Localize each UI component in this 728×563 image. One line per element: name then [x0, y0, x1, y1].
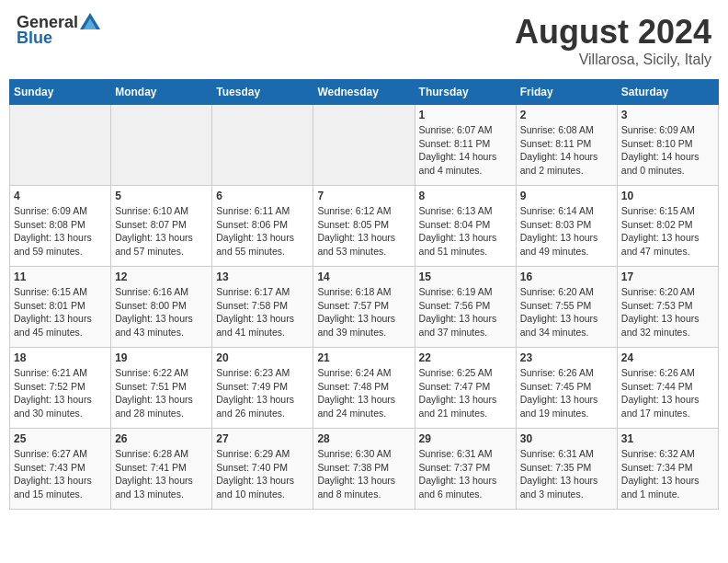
day-number: 13	[216, 270, 309, 283]
calendar-cell: 7Sunrise: 6:12 AM Sunset: 8:05 PM Daylig…	[313, 186, 415, 267]
day-info: Sunrise: 6:09 AM Sunset: 8:08 PM Dayligh…	[14, 204, 107, 259]
day-number: 12	[115, 270, 208, 283]
calendar-cell: 4Sunrise: 6:09 AM Sunset: 8:08 PM Daylig…	[10, 186, 111, 267]
day-number: 20	[216, 351, 309, 364]
day-number: 22	[419, 351, 512, 364]
page-header: General Blue August 2024 Villarosa, Sici…	[9, 9, 719, 72]
logo-blue-text: Blue	[17, 29, 52, 48]
day-number: 3	[621, 109, 714, 121]
header-row: SundayMondayTuesdayWednesdayThursdayFrid…	[10, 80, 719, 105]
day-info: Sunrise: 6:13 AM Sunset: 8:04 PM Dayligh…	[419, 204, 512, 259]
header-tuesday: Tuesday	[212, 80, 313, 105]
calendar-cell: 9Sunrise: 6:14 AM Sunset: 8:03 PM Daylig…	[516, 186, 617, 267]
calendar-cell: 23Sunrise: 6:26 AM Sunset: 7:45 PM Dayli…	[516, 348, 617, 429]
day-info: Sunrise: 6:26 AM Sunset: 7:44 PM Dayligh…	[621, 366, 714, 420]
calendar-location: Villarosa, Sicily, Italy	[515, 52, 711, 68]
calendar-cell: 26Sunrise: 6:28 AM Sunset: 7:41 PM Dayli…	[111, 429, 212, 510]
day-info: Sunrise: 6:24 AM Sunset: 7:48 PM Dayligh…	[317, 366, 410, 420]
calendar-cell: 19Sunrise: 6:22 AM Sunset: 7:51 PM Dayli…	[111, 348, 212, 429]
day-info: Sunrise: 6:08 AM Sunset: 8:11 PM Dayligh…	[520, 123, 613, 178]
calendar-cell: 11Sunrise: 6:15 AM Sunset: 8:01 PM Dayli…	[10, 267, 111, 348]
day-number: 18	[14, 351, 107, 364]
calendar-cell: 24Sunrise: 6:26 AM Sunset: 7:44 PM Dayli…	[617, 348, 718, 429]
day-info: Sunrise: 6:09 AM Sunset: 8:10 PM Dayligh…	[621, 123, 714, 178]
day-number: 29	[419, 432, 512, 445]
logo: General Blue	[17, 13, 100, 48]
day-info: Sunrise: 6:31 AM Sunset: 7:37 PM Dayligh…	[419, 447, 512, 501]
calendar-cell: 30Sunrise: 6:31 AM Sunset: 7:35 PM Dayli…	[516, 429, 617, 510]
week-row-4: 18Sunrise: 6:21 AM Sunset: 7:52 PM Dayli…	[10, 348, 719, 429]
day-info: Sunrise: 6:10 AM Sunset: 8:07 PM Dayligh…	[115, 204, 208, 259]
calendar-title: August 2024	[515, 13, 711, 52]
day-info: Sunrise: 6:23 AM Sunset: 7:49 PM Dayligh…	[216, 366, 309, 420]
logo-icon	[80, 13, 100, 29]
calendar-cell: 31Sunrise: 6:32 AM Sunset: 7:34 PM Dayli…	[617, 429, 718, 510]
calendar-cell: 15Sunrise: 6:19 AM Sunset: 7:56 PM Dayli…	[415, 267, 516, 348]
week-row-3: 11Sunrise: 6:15 AM Sunset: 8:01 PM Dayli…	[10, 267, 719, 348]
day-number: 31	[621, 432, 714, 445]
header-monday: Monday	[111, 80, 212, 105]
day-info: Sunrise: 6:32 AM Sunset: 7:34 PM Dayligh…	[621, 447, 714, 501]
day-number: 9	[520, 190, 613, 202]
calendar-cell: 16Sunrise: 6:20 AM Sunset: 7:55 PM Dayli…	[516, 267, 617, 348]
day-number: 23	[520, 351, 613, 364]
title-block: August 2024 Villarosa, Sicily, Italy	[515, 13, 711, 68]
day-number: 11	[14, 270, 107, 283]
day-info: Sunrise: 6:11 AM Sunset: 8:06 PM Dayligh…	[216, 204, 309, 259]
day-info: Sunrise: 6:30 AM Sunset: 7:38 PM Dayligh…	[317, 447, 410, 501]
day-info: Sunrise: 6:29 AM Sunset: 7:40 PM Dayligh…	[216, 447, 309, 501]
day-number: 28	[317, 432, 410, 445]
day-info: Sunrise: 6:21 AM Sunset: 7:52 PM Dayligh…	[14, 366, 107, 420]
day-number: 1	[419, 109, 512, 121]
calendar-cell: 18Sunrise: 6:21 AM Sunset: 7:52 PM Dayli…	[10, 348, 111, 429]
header-sunday: Sunday	[10, 80, 111, 105]
day-number: 19	[115, 351, 208, 364]
calendar-cell: 22Sunrise: 6:25 AM Sunset: 7:47 PM Dayli…	[415, 348, 516, 429]
calendar-cell: 5Sunrise: 6:10 AM Sunset: 8:07 PM Daylig…	[111, 186, 212, 267]
calendar-cell	[313, 105, 415, 186]
calendar-cell: 1Sunrise: 6:07 AM Sunset: 8:11 PM Daylig…	[415, 105, 516, 186]
header-thursday: Thursday	[415, 80, 516, 105]
day-info: Sunrise: 6:19 AM Sunset: 7:56 PM Dayligh…	[419, 285, 512, 339]
day-info: Sunrise: 6:15 AM Sunset: 8:01 PM Dayligh…	[14, 285, 107, 339]
calendar-table: SundayMondayTuesdayWednesdayThursdayFrid…	[9, 79, 719, 510]
day-info: Sunrise: 6:28 AM Sunset: 7:41 PM Dayligh…	[115, 447, 208, 501]
day-number: 7	[317, 190, 410, 202]
calendar-cell: 20Sunrise: 6:23 AM Sunset: 7:49 PM Dayli…	[212, 348, 313, 429]
calendar-cell: 29Sunrise: 6:31 AM Sunset: 7:37 PM Dayli…	[415, 429, 516, 510]
day-number: 14	[317, 270, 410, 283]
day-info: Sunrise: 6:20 AM Sunset: 7:53 PM Dayligh…	[621, 285, 714, 339]
calendar-cell: 28Sunrise: 6:30 AM Sunset: 7:38 PM Dayli…	[313, 429, 415, 510]
day-info: Sunrise: 6:14 AM Sunset: 8:03 PM Dayligh…	[520, 204, 613, 259]
calendar-cell: 21Sunrise: 6:24 AM Sunset: 7:48 PM Dayli…	[313, 348, 415, 429]
day-number: 26	[115, 432, 208, 445]
calendar-cell: 25Sunrise: 6:27 AM Sunset: 7:43 PM Dayli…	[10, 429, 111, 510]
calendar-cell: 6Sunrise: 6:11 AM Sunset: 8:06 PM Daylig…	[212, 186, 313, 267]
day-number: 8	[419, 190, 512, 202]
calendar-cell: 14Sunrise: 6:18 AM Sunset: 7:57 PM Dayli…	[313, 267, 415, 348]
day-number: 2	[520, 109, 613, 121]
day-info: Sunrise: 6:18 AM Sunset: 7:57 PM Dayligh…	[317, 285, 410, 339]
calendar-cell: 2Sunrise: 6:08 AM Sunset: 8:11 PM Daylig…	[516, 105, 617, 186]
calendar-cell: 27Sunrise: 6:29 AM Sunset: 7:40 PM Dayli…	[212, 429, 313, 510]
header-saturday: Saturday	[617, 80, 718, 105]
day-number: 10	[621, 190, 714, 202]
day-number: 16	[520, 270, 613, 283]
day-info: Sunrise: 6:15 AM Sunset: 8:02 PM Dayligh…	[621, 204, 714, 259]
day-info: Sunrise: 6:07 AM Sunset: 8:11 PM Dayligh…	[419, 123, 512, 178]
calendar-cell: 8Sunrise: 6:13 AM Sunset: 8:04 PM Daylig…	[415, 186, 516, 267]
day-info: Sunrise: 6:12 AM Sunset: 8:05 PM Dayligh…	[317, 204, 410, 259]
calendar-cell: 12Sunrise: 6:16 AM Sunset: 8:00 PM Dayli…	[111, 267, 212, 348]
week-row-2: 4Sunrise: 6:09 AM Sunset: 8:08 PM Daylig…	[10, 186, 719, 267]
calendar-cell	[10, 105, 111, 186]
calendar-cell: 13Sunrise: 6:17 AM Sunset: 7:58 PM Dayli…	[212, 267, 313, 348]
day-info: Sunrise: 6:22 AM Sunset: 7:51 PM Dayligh…	[115, 366, 208, 420]
day-number: 27	[216, 432, 309, 445]
day-info: Sunrise: 6:16 AM Sunset: 8:00 PM Dayligh…	[115, 285, 208, 339]
day-number: 6	[216, 190, 309, 202]
calendar-cell: 3Sunrise: 6:09 AM Sunset: 8:10 PM Daylig…	[617, 105, 718, 186]
calendar-cell: 17Sunrise: 6:20 AM Sunset: 7:53 PM Dayli…	[617, 267, 718, 348]
day-info: Sunrise: 6:25 AM Sunset: 7:47 PM Dayligh…	[419, 366, 512, 420]
day-info: Sunrise: 6:31 AM Sunset: 7:35 PM Dayligh…	[520, 447, 613, 501]
day-number: 25	[14, 432, 107, 445]
